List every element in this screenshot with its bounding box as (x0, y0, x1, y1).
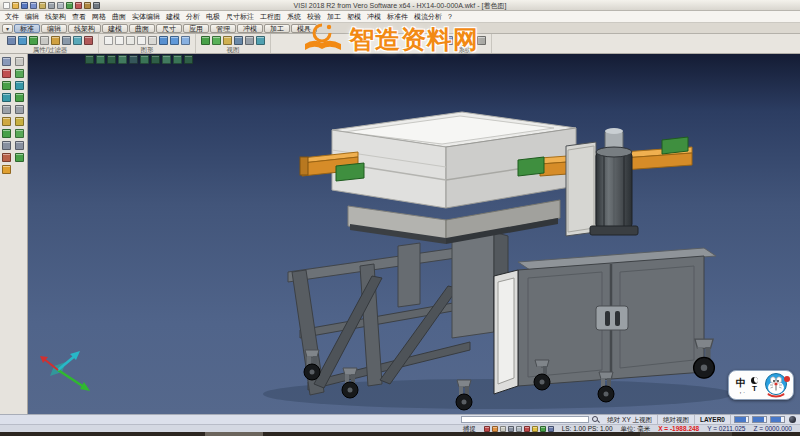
print-graphics-icon[interactable] (137, 36, 146, 45)
new-file-icon[interactable] (3, 2, 10, 9)
new-window-icon[interactable] (104, 36, 113, 45)
zoom-window-icon[interactable] (15, 69, 24, 78)
menu-item[interactable]: 文件 (2, 11, 22, 23)
snap-center-icon[interactable] (524, 426, 530, 432)
shading-icon[interactable] (15, 105, 24, 114)
ime-fullwidth-moon-icon[interactable] (751, 377, 758, 384)
menu-item[interactable]: 曲面 (109, 11, 129, 23)
light-icon[interactable] (223, 36, 232, 45)
layers-icon[interactable] (15, 129, 24, 138)
taskbar-button[interactable] (205, 432, 263, 436)
crosshair-icon[interactable] (548, 426, 554, 432)
system-config-icon[interactable] (444, 36, 453, 45)
view-mode-button[interactable]: 绝对视图 (658, 415, 695, 424)
system-info-icon[interactable] (477, 36, 486, 45)
copy-image-icon[interactable] (148, 36, 157, 45)
view-mode-icon[interactable] (181, 36, 190, 45)
menu-item[interactable]: 塑模 (344, 11, 364, 23)
ribbon-tab[interactable]: 编辑 (41, 24, 67, 33)
refresh-icon[interactable] (115, 36, 124, 45)
system-tools-icon[interactable] (466, 36, 475, 45)
top-view-icon[interactable] (96, 55, 105, 64)
shade-icon[interactable] (201, 36, 210, 45)
right-view-icon[interactable] (118, 55, 127, 64)
snap-axis-icon[interactable] (508, 426, 514, 432)
ribbon-tab[interactable]: 模具 (291, 24, 317, 33)
redo-icon[interactable] (75, 2, 82, 9)
workplane-button[interactable]: 绝对 XY 上视图 (602, 415, 658, 424)
menu-item[interactable]: 加工 (324, 11, 344, 23)
preview-icon[interactable] (57, 2, 64, 9)
delete-tool-icon[interactable] (2, 69, 11, 78)
iso-view-icon[interactable] (85, 55, 94, 64)
measure-tool-icon[interactable] (2, 165, 11, 174)
undo-icon[interactable] (66, 2, 73, 9)
menu-item[interactable]: 标准件 (384, 11, 411, 23)
circle-tool-icon[interactable] (2, 105, 11, 114)
pan-icon[interactable] (170, 36, 179, 45)
menu-item[interactable]: 工程图 (257, 11, 284, 23)
snap-settings-icon[interactable] (15, 141, 24, 150)
perspective-icon[interactable] (162, 55, 171, 64)
snap-intersect-icon[interactable] (516, 426, 522, 432)
wireframe-icon[interactable] (15, 117, 24, 126)
ribbon-tab[interactable]: 曲面 (129, 24, 155, 33)
shaded-mode-icon[interactable] (129, 55, 138, 64)
active-layer-button[interactable]: LAYER0 (695, 415, 731, 424)
grid-icon[interactable] (15, 153, 24, 162)
mask-icon[interactable] (62, 36, 71, 45)
menu-item[interactable]: 系统 (284, 11, 304, 23)
camera-icon[interactable] (256, 36, 265, 45)
menu-item[interactable]: 网格 (89, 11, 109, 23)
snap-grid-icon[interactable] (500, 426, 506, 432)
visibility-icon[interactable] (73, 36, 82, 45)
database-icon[interactable] (455, 36, 464, 45)
line-tool-icon[interactable] (2, 81, 11, 90)
ribbon-tab[interactable]: 建模 (102, 24, 128, 33)
ime-mode-chinese-button[interactable]: 中 (736, 377, 746, 388)
orbit-icon[interactable] (184, 55, 193, 64)
snap-point-icon[interactable] (492, 426, 498, 432)
pan-view-icon[interactable] (15, 81, 24, 90)
menu-item[interactable]: 电极 (203, 11, 223, 23)
menu-item[interactable]: 编辑 (22, 11, 42, 23)
solid-tool-icon[interactable] (2, 141, 11, 150)
selection-filter-icon[interactable] (51, 36, 60, 45)
hidden-line-icon[interactable] (151, 55, 160, 64)
zoom-fit-icon[interactable] (15, 57, 24, 66)
pause-snap-icon[interactable] (484, 426, 490, 432)
search-icon[interactable] (592, 416, 599, 423)
trim-tool-icon[interactable] (2, 153, 11, 162)
render-icon[interactable] (212, 36, 221, 45)
ribbon-tab[interactable]: 尺寸 (156, 24, 182, 33)
color-filter-icon[interactable] (18, 36, 27, 45)
save-all-icon[interactable] (30, 2, 37, 9)
ribbon-tab[interactable]: 应用 (183, 24, 209, 33)
print-icon[interactable] (48, 2, 55, 9)
wireframe-mode-icon[interactable] (140, 55, 149, 64)
zoom-icon[interactable] (159, 36, 168, 45)
curve-tool-icon[interactable] (2, 117, 11, 126)
menu-item[interactable]: 查看 (69, 11, 89, 23)
menu-item[interactable]: 模流分析 (411, 11, 445, 23)
menu-item[interactable]: 冲模 (364, 11, 384, 23)
snap-layer-icon[interactable] (532, 426, 538, 432)
ime-punctuation-button[interactable]: ，. (737, 388, 745, 394)
tab-overflow-dropdown[interactable]: ▾ (2, 24, 13, 33)
menu-item[interactable]: 分析 (183, 11, 203, 23)
import-icon[interactable] (39, 2, 46, 9)
lock-filter-icon[interactable] (84, 36, 93, 45)
ime-toolbar[interactable]: 中 ，. T (728, 370, 794, 400)
background-icon[interactable] (234, 36, 243, 45)
history-clock-icon[interactable] (540, 426, 546, 432)
ribbon-tab[interactable]: 管理 (210, 24, 236, 33)
menu-item[interactable]: 实体编辑 (129, 11, 163, 23)
type-filter-icon[interactable] (40, 36, 49, 45)
zoom-all-icon[interactable] (173, 55, 182, 64)
ribbon-tab[interactable]: 标准 (14, 24, 40, 33)
layer-filter-icon[interactable] (29, 36, 38, 45)
arc-tool-icon[interactable] (2, 93, 11, 102)
ribbon-tab[interactable]: 线架构 (68, 24, 101, 33)
front-view-icon[interactable] (107, 55, 116, 64)
render-mode-sphere-icon[interactable] (789, 416, 796, 423)
